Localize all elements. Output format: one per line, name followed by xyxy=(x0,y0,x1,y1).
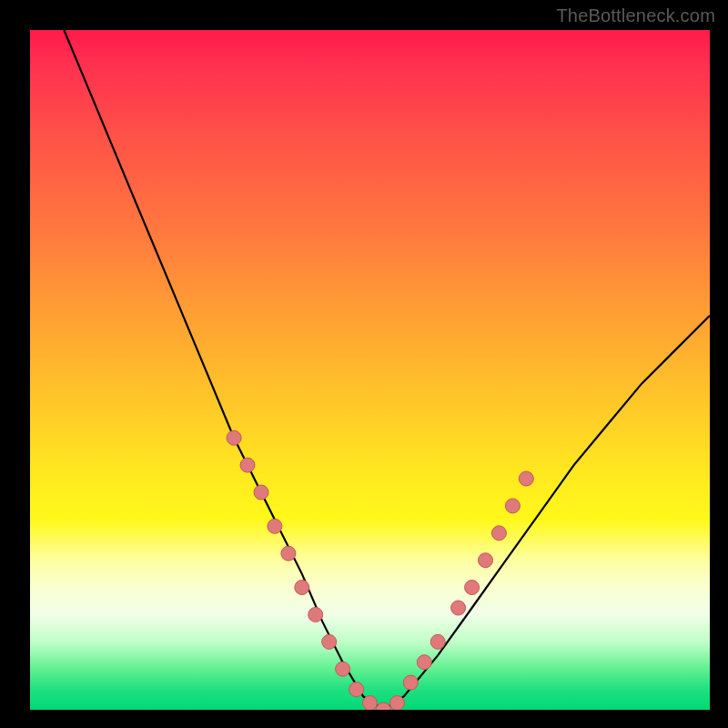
curve-marker xyxy=(465,581,480,595)
curve-marker xyxy=(295,581,309,595)
curve-marker xyxy=(505,499,520,513)
curve-marker xyxy=(403,675,418,690)
curve-marker xyxy=(349,682,364,697)
watermark-text: TheBottleneck.com xyxy=(556,5,715,26)
curve-marker xyxy=(240,458,255,472)
curve-marker xyxy=(417,655,431,670)
curve-marker xyxy=(491,526,506,541)
chart-svg xyxy=(30,30,710,710)
curve-marker xyxy=(389,696,404,711)
marker-group xyxy=(227,430,533,710)
curve-marker xyxy=(281,546,296,561)
curve-marker xyxy=(308,607,323,622)
chart-plot-area xyxy=(30,30,710,710)
bottleneck-curve xyxy=(64,30,710,710)
curve-marker xyxy=(451,601,466,615)
curve-marker xyxy=(336,662,350,676)
curve-marker xyxy=(322,634,337,649)
curve-marker xyxy=(519,471,533,486)
curve-marker xyxy=(227,430,241,445)
curve-marker xyxy=(479,553,493,568)
curve-marker xyxy=(376,703,390,710)
curve-marker xyxy=(430,634,445,649)
curve-marker xyxy=(268,519,282,533)
curve-marker xyxy=(254,485,268,500)
curve-marker xyxy=(363,696,378,711)
